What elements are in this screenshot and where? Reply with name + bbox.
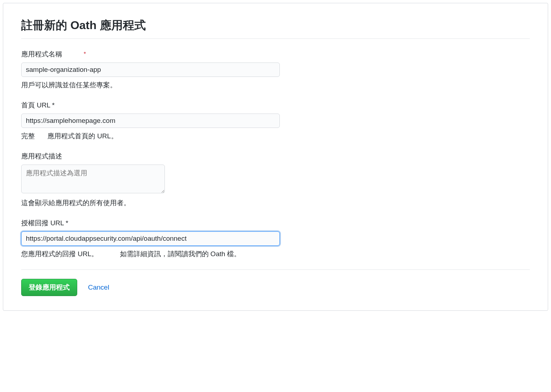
homepage-url-label: 首頁 URL * [21, 101, 55, 110]
callback-url-input[interactable] [21, 231, 280, 246]
callback-url-help-part2: 如需詳細資訊，請閱讀我們的 Oath 檔。 [120, 250, 241, 258]
callback-url-help-part1: 您應用程式的回撥 URL。 [21, 250, 98, 258]
description-group: 應用程式描述 這會顯示給應用程式的所有使用者。 [21, 152, 530, 208]
callback-url-help: 您應用程式的回撥 URL。 如需詳細資訊，請閱讀我們的 Oath 檔。 [21, 249, 530, 259]
app-name-label-row: 應用程式名稱 * [21, 50, 530, 59]
callback-url-label-row: 授權回撥 URL * [21, 218, 530, 228]
homepage-url-group: 首頁 URL * 完整 應用程式首頁的 URL。 [21, 101, 530, 141]
divider [21, 269, 530, 270]
cancel-button[interactable]: Cancel [88, 283, 109, 291]
app-name-input[interactable] [21, 63, 280, 77]
page-title: 註冊新的 Oath 應用程式 [21, 18, 530, 39]
description-textarea[interactable] [21, 165, 165, 193]
app-name-label: 應用程式名稱 [21, 50, 62, 59]
app-name-help: 用戶可以辨識並信任某些專案。 [21, 80, 530, 90]
homepage-url-input[interactable] [21, 114, 280, 128]
description-label: 應用程式描述 [21, 152, 62, 161]
button-row: 登錄應用程式 Cancel [21, 279, 530, 296]
app-name-group: 應用程式名稱 * 用戶可以辨識並信任某些專案。 [21, 50, 530, 90]
form-container: 註冊新的 Oath 應用程式 應用程式名稱 * 用戶可以辨識並信任某些專案。 首… [3, 3, 548, 311]
homepage-url-help-part2: 應用程式首頁的 URL。 [47, 132, 117, 141]
callback-url-group: 授權回撥 URL * 您應用程式的回撥 URL。 如需詳細資訊，請閱讀我們的 O… [21, 218, 530, 259]
homepage-url-label-row: 首頁 URL * [21, 101, 530, 110]
description-label-row: 應用程式描述 [21, 152, 530, 161]
homepage-url-help-part1: 完整 [21, 132, 35, 141]
register-button[interactable]: 登錄應用程式 [21, 279, 77, 296]
homepage-url-help: 完整 應用程式首頁的 URL。 [21, 132, 530, 141]
description-help: 這會顯示給應用程式的所有使用者。 [21, 198, 530, 208]
required-asterisk: * [84, 51, 86, 57]
callback-url-label: 授權回撥 URL * [21, 218, 68, 228]
